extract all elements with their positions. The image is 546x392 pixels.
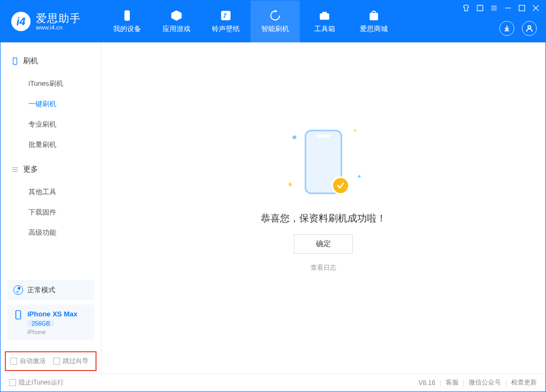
success-message: 恭喜您，保资料刷机成功啦！: [261, 212, 386, 225]
menu-icon[interactable]: [490, 4, 498, 12]
device-capacity: 256GB: [27, 320, 54, 327]
svg-rect-5: [370, 13, 378, 20]
app-url: www.i4.cn: [36, 24, 81, 31]
svg-rect-6: [477, 5, 483, 11]
svg-rect-3: [320, 13, 329, 19]
nav-label: 智能刷机: [261, 24, 289, 34]
mode-icon: [13, 285, 23, 295]
checkbox-icon: [9, 379, 16, 386]
checkbox-auto-activate[interactable]: 自动激活: [10, 357, 46, 366]
phone-icon: [13, 310, 23, 320]
nav-toolbox[interactable]: 工具箱: [300, 1, 349, 42]
nav-ringtones[interactable]: 铃声壁纸: [201, 1, 250, 42]
footer-link-support[interactable]: 客服: [446, 378, 459, 387]
checkbox-label: 自动激活: [20, 357, 46, 366]
svg-point-14: [528, 26, 530, 28]
sidebar-more-items: 其他工具 下载固件 高级功能: [1, 179, 101, 248]
logo-area: i4 爱思助手 www.i4.cn: [11, 12, 102, 31]
device-info: iPhone XS Max 256GB iPhone: [27, 310, 77, 335]
sidebar-item-oneclick-flash[interactable]: 一键刷机: [1, 94, 101, 114]
store-icon: [367, 9, 380, 22]
svg-rect-0: [124, 11, 129, 20]
checkbox-icon: [53, 358, 60, 365]
sparkle-icon: [358, 175, 361, 178]
nav-smart-flash[interactable]: 智能刷机: [250, 1, 300, 42]
nav-apps-games[interactable]: 应用游戏: [152, 1, 201, 42]
checkbox-skip-guide[interactable]: 跳过向导: [53, 357, 88, 366]
view-log-link[interactable]: 查看日志: [311, 263, 336, 272]
checkbox-icon: [10, 358, 17, 365]
section-title: 刷机: [23, 56, 38, 66]
music-icon: [219, 9, 232, 22]
mode-box[interactable]: 正常模式: [7, 280, 94, 300]
close-icon[interactable]: [532, 4, 540, 12]
version-label: V8.16: [418, 379, 435, 387]
sidebar-item-other-tools[interactable]: 其他工具: [1, 182, 101, 202]
titlebar-controls: [462, 4, 540, 12]
main-content: 恭喜您，保资料刷机成功啦！ 确定 查看日志: [101, 42, 545, 373]
footer: 阻止iTunes运行 V8.16 | 客服 | 微信公众号 | 检查更新: [1, 373, 545, 391]
app-name: 爱思助手: [36, 12, 81, 24]
success-check-icon: [331, 176, 350, 195]
header-right: [499, 21, 537, 36]
sidebar-item-batch-flash[interactable]: 批量刷机: [1, 135, 101, 155]
footer-link-wechat[interactable]: 微信公众号: [469, 378, 501, 387]
phone-outline-icon: [11, 57, 19, 65]
svg-rect-11: [519, 5, 525, 11]
body: 刷机 iTunes刷机 一键刷机 专业刷机 批量刷机 更多 其他工具 下载固件 …: [1, 42, 545, 373]
app-header: i4 爱思助手 www.i4.cn 我的设备 应用游戏 铃声壁纸 智能刷机 工具…: [1, 1, 545, 42]
svg-point-2: [223, 16, 225, 18]
svg-rect-4: [322, 12, 326, 14]
sidebar-item-pro-flash[interactable]: 专业刷机: [1, 114, 101, 135]
section-title: 更多: [23, 165, 38, 174]
sidebar-item-itunes-flash[interactable]: iTunes刷机: [1, 73, 101, 94]
footer-link-check-update[interactable]: 检查更新: [511, 378, 537, 387]
nav-label: 我的设备: [113, 24, 141, 34]
list-icon: [11, 166, 19, 173]
device-name: iPhone XS Max: [27, 310, 77, 318]
minimize-icon[interactable]: [504, 4, 512, 12]
footer-right: V8.16 | 客服 | 微信公众号 | 检查更新: [418, 378, 537, 387]
checkbox-block-itunes[interactable]: 阻止iTunes运行: [9, 378, 64, 387]
sparkle-icon: [292, 135, 297, 139]
refresh-icon: [269, 9, 282, 22]
main-nav: 我的设备 应用游戏 铃声壁纸 智能刷机 工具箱 爱思商城: [102, 1, 399, 42]
checkbox-label: 跳过向导: [63, 357, 88, 366]
toolbox-icon: [318, 9, 331, 22]
svg-rect-19: [16, 310, 21, 319]
svg-rect-1: [222, 11, 231, 20]
success-illustration: [283, 122, 364, 202]
svg-rect-15: [13, 58, 17, 64]
sparkle-icon: [288, 182, 292, 187]
sidebar-section-more: 更多: [1, 160, 101, 179]
ok-button[interactable]: 确定: [294, 234, 353, 254]
checkbox-label: 阻止iTunes运行: [19, 378, 64, 387]
skin-icon[interactable]: [462, 4, 470, 12]
sidebar-section-flash: 刷机: [1, 52, 101, 70]
nav-my-device[interactable]: 我的设备: [102, 1, 152, 42]
maximize-icon[interactable]: [518, 4, 526, 12]
nav-label: 铃声壁纸: [212, 24, 240, 34]
device-icon: [121, 9, 134, 22]
download-icon[interactable]: [499, 21, 514, 36]
sidebar-flash-items: iTunes刷机 一键刷机 专业刷机 批量刷机: [1, 70, 101, 160]
nav-label: 工具箱: [314, 24, 335, 34]
nav-label: 爱思商城: [360, 24, 388, 34]
logo-icon: i4: [11, 12, 31, 31]
sparkle-icon: [353, 129, 357, 132]
sidebar-item-download-firmware[interactable]: 下载固件: [1, 202, 101, 223]
nav-store[interactable]: 爱思商城: [349, 1, 399, 42]
feedback-icon[interactable]: [476, 4, 484, 12]
device-type: iPhone: [27, 329, 77, 335]
sidebar-item-advanced[interactable]: 高级功能: [1, 223, 101, 243]
cube-icon: [170, 9, 183, 22]
mode-label: 正常模式: [27, 285, 55, 295]
nav-label: 应用游戏: [163, 24, 190, 34]
logo-text: 爱思助手 www.i4.cn: [36, 12, 81, 31]
checkbox-highlight-row: 自动激活 跳过向导: [5, 351, 97, 371]
user-icon[interactable]: [522, 21, 537, 36]
sidebar: 刷机 iTunes刷机 一键刷机 专业刷机 批量刷机 更多 其他工具 下载固件 …: [1, 42, 101, 373]
device-box[interactable]: iPhone XS Max 256GB iPhone: [7, 305, 94, 341]
device-panel: 正常模式 iPhone XS Max 256GB iPhone: [1, 280, 101, 351]
